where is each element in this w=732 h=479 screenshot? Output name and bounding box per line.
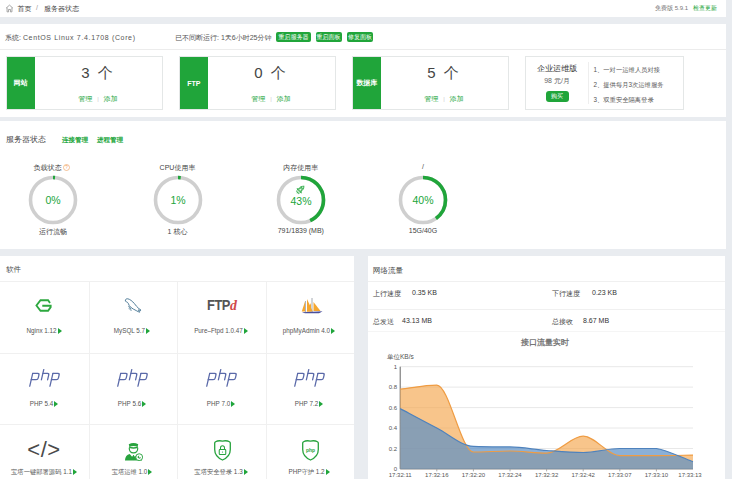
svg-text:17:32:20: 17:32:20 <box>462 472 486 478</box>
svg-text:17:32:16: 17:32:16 <box>425 472 449 478</box>
svg-text:17:33:07: 17:33:07 <box>608 472 632 478</box>
svg-text:单位KB/s: 单位KB/s <box>387 353 414 360</box>
svg-text:0.8: 0.8 <box>389 384 398 390</box>
svg-text:0%: 0% <box>45 194 60 206</box>
svg-text:0.6: 0.6 <box>389 405 398 411</box>
svg-text:0.4: 0.4 <box>389 425 398 431</box>
svg-text:?: ? <box>66 165 69 170</box>
svg-text:17:33:13: 17:33:13 <box>678 472 702 478</box>
svg-text:43%: 43% <box>290 195 311 207</box>
svg-text:php: php <box>306 447 315 453</box>
svg-text:0.2: 0.2 <box>389 446 398 452</box>
svg-text:40%: 40% <box>412 194 433 206</box>
svg-text:1: 1 <box>394 364 398 370</box>
svg-text:17:32:42: 17:32:42 <box>572 472 596 478</box>
svg-text:接口流量实时: 接口流量实时 <box>520 337 569 347</box>
svg-text:17:32:11: 17:32:11 <box>389 472 413 478</box>
svg-text:17:32:32: 17:32:32 <box>535 472 559 478</box>
svg-text:17:33:10: 17:33:10 <box>645 472 669 478</box>
svg-text:17:32:24: 17:32:24 <box>498 472 522 478</box>
svg-text:1%: 1% <box>170 194 185 206</box>
